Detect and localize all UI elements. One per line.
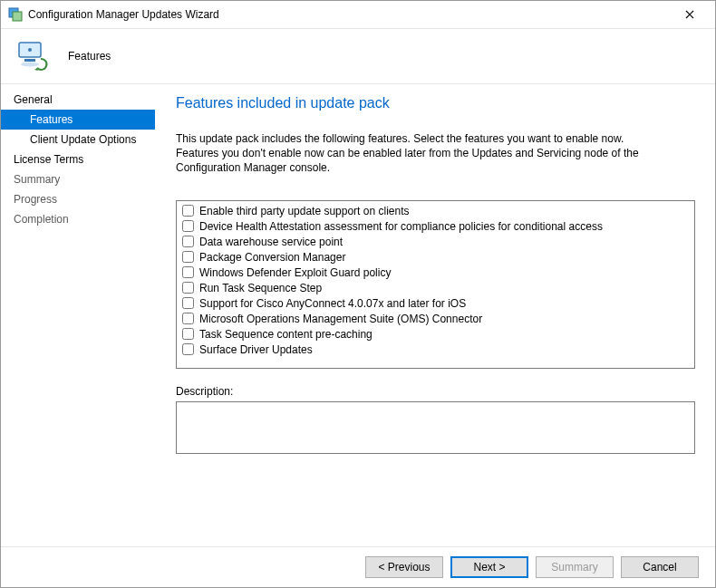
feature-row[interactable]: Enable third party update support on cli… xyxy=(177,203,694,218)
description-box[interactable] xyxy=(176,401,695,454)
cancel-button[interactable]: Cancel xyxy=(621,556,699,578)
sidebar-item[interactable]: License Terms xyxy=(1,149,155,169)
intro-line: This update pack includes the following … xyxy=(176,132,624,145)
app-icon xyxy=(8,7,23,22)
sidebar-item[interactable]: Progress xyxy=(1,189,155,209)
svg-point-5 xyxy=(21,63,39,67)
close-button[interactable] xyxy=(672,2,708,27)
svg-rect-1 xyxy=(13,12,22,21)
feature-row[interactable]: Run Task Sequence Step xyxy=(177,280,694,295)
feature-label: Windows Defender Exploit Guard policy xyxy=(199,266,391,279)
sidebar-item[interactable]: Client Update Options xyxy=(1,130,155,149)
sidebar-item[interactable]: Completion xyxy=(1,209,155,229)
svg-rect-4 xyxy=(24,59,35,62)
wizard-body: GeneralFeaturesClient Update OptionsLice… xyxy=(1,84,715,546)
description-label: Description: xyxy=(176,385,695,398)
feature-label: Surface Driver Updates xyxy=(199,343,313,356)
sidebar-item[interactable]: Summary xyxy=(1,169,155,189)
feature-label: Task Sequence content pre-caching xyxy=(199,328,373,341)
feature-label: Data warehouse service point xyxy=(199,236,343,248)
window-title: Configuration Manager Updates Wizard xyxy=(28,8,672,21)
sidebar: GeneralFeaturesClient Update OptionsLice… xyxy=(1,84,156,546)
main-pane: Features included in update pack This up… xyxy=(156,84,715,546)
previous-button[interactable]: < Previous xyxy=(365,556,443,578)
feature-checkbox[interactable] xyxy=(182,313,194,324)
feature-checkbox[interactable] xyxy=(182,220,194,232)
feature-label: Run Task Sequence Step xyxy=(199,282,322,294)
feature-checkbox[interactable] xyxy=(182,236,194,247)
feature-label: Support for Cisco AnyConnect 4.0.07x and… xyxy=(199,297,466,310)
sidebar-item[interactable]: General xyxy=(1,90,155,110)
feature-row[interactable]: Windows Defender Exploit Guard policy xyxy=(177,265,694,280)
footer: < Previous Next > Summary Cancel xyxy=(1,546,715,587)
feature-checkbox[interactable] xyxy=(182,297,194,309)
page-title: Features xyxy=(68,50,111,63)
feature-checkbox[interactable] xyxy=(182,251,194,263)
wizard-window: Configuration Manager Updates Wizard Fea… xyxy=(0,0,716,588)
feature-row[interactable]: Data warehouse service point xyxy=(177,234,694,249)
feature-label: Device Health Attestation assessment for… xyxy=(199,220,603,233)
titlebar: Configuration Manager Updates Wizard xyxy=(1,1,715,29)
feature-label: Enable third party update support on cli… xyxy=(199,205,409,217)
next-button[interactable]: Next > xyxy=(450,556,528,578)
feature-checkbox[interactable] xyxy=(182,282,194,294)
features-list[interactable]: Enable third party update support on cli… xyxy=(176,200,695,369)
feature-row[interactable]: Device Health Attestation assessment for… xyxy=(177,218,694,234)
feature-row[interactable]: Surface Driver Updates xyxy=(177,342,694,357)
feature-row[interactable]: Task Sequence content pre-caching xyxy=(177,326,694,342)
feature-checkbox[interactable] xyxy=(182,266,194,278)
main-heading: Features included in update pack xyxy=(176,95,695,111)
intro-line: Features you don't enable now can be ena… xyxy=(176,147,639,174)
feature-label: Package Conversion Manager xyxy=(199,251,345,264)
summary-button[interactable]: Summary xyxy=(536,556,614,578)
feature-checkbox[interactable] xyxy=(182,343,194,355)
header-band: Features xyxy=(1,29,715,84)
feature-row[interactable]: Package Conversion Manager xyxy=(177,249,694,265)
feature-label: Microsoft Operations Management Suite (O… xyxy=(199,313,482,325)
feature-checkbox[interactable] xyxy=(182,328,194,340)
intro-text: This update pack includes the following … xyxy=(176,131,683,175)
svg-point-3 xyxy=(28,48,32,52)
sidebar-item[interactable]: Features xyxy=(1,110,155,130)
feature-checkbox[interactable] xyxy=(182,205,194,217)
wizard-icon xyxy=(14,37,52,75)
feature-row[interactable]: Microsoft Operations Management Suite (O… xyxy=(177,311,694,326)
feature-row[interactable]: Support for Cisco AnyConnect 4.0.07x and… xyxy=(177,295,694,311)
